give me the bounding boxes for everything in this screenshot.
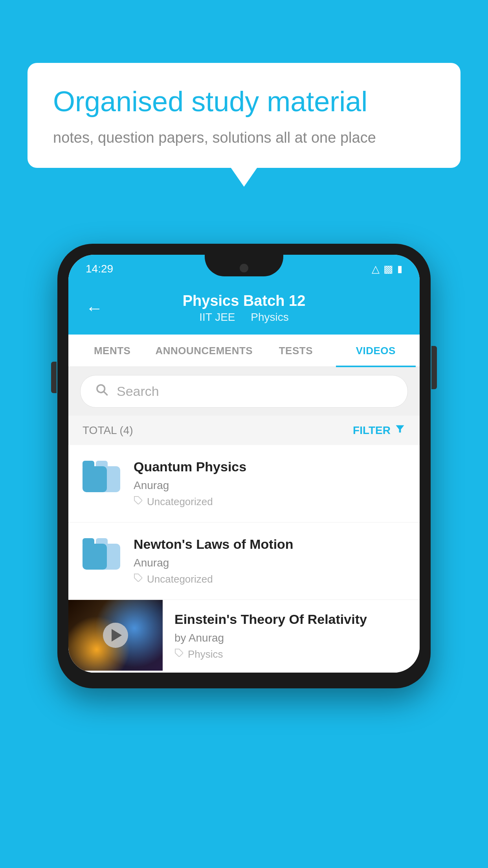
filter-button[interactable]: FILTER: [353, 423, 405, 437]
filter-icon: [394, 423, 405, 437]
video-title-1: Quantum Physics: [134, 459, 405, 474]
header-subtitle-subject: Physics: [251, 311, 288, 323]
phone-screen: 14:29 △ ▩ ▮ ← Physics Batch 12: [68, 255, 420, 673]
page-background: Organised study material notes, question…: [0, 0, 488, 868]
video-author-1: Anurag: [134, 479, 405, 492]
tab-tests[interactable]: TESTS: [256, 335, 336, 367]
speech-bubble-subtitle: notes, question papers, solutions all at…: [53, 129, 435, 146]
status-time: 14:29: [86, 263, 113, 275]
video-title-3: Einstein's Theory Of Relativity: [174, 612, 408, 627]
signal-icon: ▩: [383, 263, 393, 275]
search-bar-wrapper: Search: [68, 367, 420, 416]
phone-outer: 14:29 △ ▩ ▮ ← Physics Batch 12: [57, 244, 431, 688]
wifi-icon: △: [372, 263, 380, 275]
video-info-1: Quantum Physics Anurag Uncategorized: [134, 459, 405, 508]
tab-ments[interactable]: MENTS: [72, 335, 152, 367]
tab-announcements[interactable]: ANNOUNCEMENTS: [152, 335, 256, 367]
header-subtitle: IIT JEE Physics: [115, 311, 373, 324]
video-icon-1: [83, 462, 122, 494]
total-count: TOTAL (4): [83, 424, 133, 437]
tab-bar: MENTS ANNOUNCEMENTS TESTS VIDEOS: [68, 335, 420, 367]
video-tag-3: Physics: [174, 648, 408, 660]
video-title-2: Newton's Laws of Motion: [134, 537, 405, 552]
tag-icon-1: [134, 496, 143, 508]
play-button-3[interactable]: [103, 623, 128, 648]
video-icon-2: [83, 540, 122, 571]
tab-videos[interactable]: VIDEOS: [336, 335, 416, 367]
video-author-3: by Anurag: [174, 632, 408, 644]
status-icons: △ ▩ ▮: [372, 263, 402, 275]
video-tag-1: Uncategorized: [134, 496, 405, 508]
notch: [205, 255, 283, 276]
video-list: Quantum Physics Anurag Uncategorized: [68, 445, 420, 673]
back-button[interactable]: ←: [86, 298, 103, 318]
svg-line-1: [104, 392, 107, 395]
search-icon: [95, 383, 109, 400]
video-tag-text-1: Uncategorized: [147, 496, 213, 508]
phone-mockup: 14:29 △ ▩ ▮ ← Physics Batch 12: [57, 244, 431, 688]
speech-bubble: Organised study material notes, question…: [28, 63, 460, 168]
filter-bar: TOTAL (4) FILTER: [68, 416, 420, 445]
app-header: ← Physics Batch 12 IIT JEE Physics: [68, 283, 420, 335]
tag-icon-3: [174, 648, 184, 660]
filter-label: FILTER: [353, 424, 391, 437]
speech-bubble-title: Organised study material: [53, 85, 435, 118]
svg-marker-2: [396, 425, 404, 433]
video-tag-text-2: Uncategorized: [147, 573, 213, 585]
battery-icon: ▮: [397, 263, 402, 274]
video-tag-text-3: Physics: [188, 648, 223, 660]
header-subtitle-batch: IIT JEE: [199, 311, 235, 323]
video-item-2[interactable]: Newton's Laws of Motion Anurag Uncategor…: [68, 522, 420, 600]
tag-icon-2: [134, 573, 143, 585]
video-info-3: Einstein's Theory Of Relativity by Anura…: [163, 600, 420, 672]
video-author-2: Anurag: [134, 557, 405, 569]
speech-bubble-container: Organised study material notes, question…: [28, 63, 460, 168]
camera-icon: [240, 264, 248, 272]
video-tag-2: Uncategorized: [134, 573, 405, 585]
video-item-1[interactable]: Quantum Physics Anurag Uncategorized: [68, 445, 420, 522]
video-info-2: Newton's Laws of Motion Anurag Uncategor…: [134, 537, 405, 585]
header-title: Physics Batch 12: [115, 292, 373, 309]
video-item-3[interactable]: Einstein's Theory Of Relativity by Anura…: [68, 600, 420, 673]
status-bar: 14:29 △ ▩ ▮: [68, 255, 420, 283]
play-icon: [112, 629, 122, 642]
video-thumbnail-3: [68, 600, 163, 671]
header-title-group: Physics Batch 12 IIT JEE Physics: [115, 292, 373, 324]
search-input[interactable]: Search: [117, 384, 159, 399]
search-bar[interactable]: Search: [80, 375, 408, 408]
